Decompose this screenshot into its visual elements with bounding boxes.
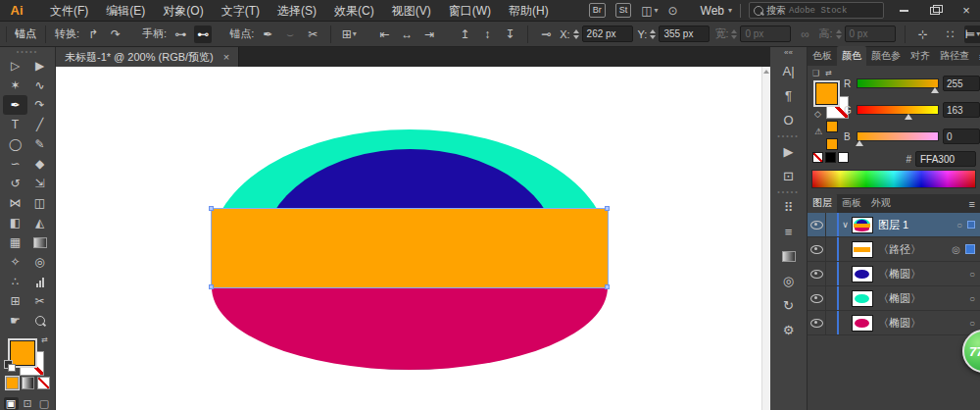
convert-to-smooth-icon[interactable]: ↷ [107, 26, 124, 43]
grip-dots[interactable]: ••••• [17, 47, 38, 53]
channel-G-slider[interactable] [857, 105, 939, 115]
character-panel-icon[interactable]: A| [770, 59, 808, 83]
target-circle-icon[interactable]: ◎ [952, 244, 960, 255]
menubar-item[interactable]: 效果(C) [325, 0, 383, 22]
menubar-item[interactable]: 文字(T) [213, 0, 269, 22]
layer-row[interactable]: ∨图层 1○ [808, 213, 980, 237]
none-button[interactable] [37, 377, 50, 389]
gradient-tool[interactable] [27, 232, 52, 252]
paragraph-panel-icon[interactable]: ¶ [770, 83, 808, 108]
selection-anchor[interactable] [209, 206, 214, 211]
touch-type-tool-icon[interactable]: ⊙ [668, 4, 678, 18]
transparency-panel-icon[interactable]: ◎ [770, 269, 808, 293]
asset-export-panel-icon[interactable]: ⊡ [770, 164, 808, 188]
curvature-tool[interactable]: ↷ [27, 95, 52, 115]
stock-search-input[interactable]: 搜索 Adobe Stock [749, 2, 884, 19]
layer-row[interactable]: 〈路径〉◎ [808, 237, 980, 262]
color-tab-对齐[interactable]: 对齐 [906, 46, 935, 66]
menubar-item[interactable]: 窗口(W) [440, 0, 500, 22]
target-circle-icon[interactable]: ○ [969, 293, 975, 304]
opentype-panel-icon[interactable]: O [770, 108, 808, 132]
width-field-value[interactable]: 0 px [740, 26, 791, 42]
white-swatch[interactable] [838, 152, 849, 163]
convert-to-corner-icon[interactable]: ↱ [84, 26, 102, 43]
paintbrush-tool[interactable]: ✎ [27, 134, 52, 154]
color-spectrum-bar[interactable] [811, 170, 976, 188]
workspace-switcher[interactable]: Web ▾ [701, 4, 732, 18]
channel-R-value[interactable]: 255 [943, 76, 980, 91]
black-swatch[interactable] [825, 152, 836, 163]
height-field[interactable]: 高:0 px [818, 26, 895, 42]
menubar-item[interactable]: 对象(O) [154, 0, 212, 22]
show-handles-icon[interactable]: ⊶ [172, 26, 189, 43]
visibility-toggle[interactable] [808, 311, 826, 334]
none-swatch[interactable] [812, 152, 823, 163]
width-tool[interactable]: ⋈ [3, 193, 27, 213]
width-field[interactable]: 宽:0 px [714, 26, 791, 42]
stock-button[interactable]: St [615, 3, 632, 18]
layer-row[interactable]: 〈椭圆〉○ [808, 311, 980, 335]
x-field[interactable]: X:262 px [560, 26, 632, 42]
mesh-tool[interactable]: ▦ [3, 232, 27, 252]
restore-button[interactable] [923, 3, 947, 19]
x-field-value[interactable]: 262 px [582, 26, 633, 42]
panel-toggle-icon[interactable]: ⊨▾ [964, 26, 980, 43]
control-bar-grip[interactable] [6, 26, 7, 42]
type-tool[interactable]: T [3, 115, 27, 134]
swap-fill-stroke-icon[interactable]: ⇄ [825, 69, 832, 77]
dock-grid-icon[interactable]: ∷ [942, 26, 959, 43]
y-field[interactable]: Y:355 px [638, 26, 710, 42]
layer-name[interactable]: 〈椭圆〉 [878, 316, 921, 331]
close-button[interactable]: × [955, 3, 978, 19]
graph-tool[interactable] [27, 272, 52, 291]
align-center-icon[interactable]: ↔ [398, 26, 416, 43]
zoom-tool[interactable] [27, 311, 52, 331]
eyedropper-tool[interactable]: ✧ [3, 252, 27, 272]
hand-tool[interactable]: ☛ [3, 311, 27, 331]
slider-thumb[interactable] [905, 114, 912, 120]
blend-tool[interactable]: ◎ [27, 252, 52, 272]
out-of-gamut-icon[interactable]: ⚠ [814, 127, 822, 136]
channel-B-slider[interactable] [857, 131, 939, 141]
layer-name[interactable]: 〈椭圆〉 [878, 291, 921, 306]
menubar-item[interactable]: 选择(S) [269, 0, 325, 22]
panel-menu-icon[interactable]: ≡ [974, 51, 980, 66]
color-tab-色板[interactable]: 色板 [808, 46, 837, 66]
eraser-tool[interactable]: ◆ [27, 154, 52, 174]
document-tab[interactable]: 未标题-1* @ 200% (RGB/预览) × [56, 47, 239, 67]
magic-wand-tool[interactable]: ✶ [3, 76, 27, 95]
align-middle-icon[interactable]: ↕ [478, 26, 496, 43]
symbol-sprayer-tool[interactable]: ∴ [3, 272, 27, 291]
artboard-options-icon[interactable]: ⊞▾ [340, 26, 358, 43]
gradient-button[interactable] [22, 377, 34, 389]
out-of-web-color-icon[interactable]: ◇ [814, 109, 821, 119]
link-dimensions-icon[interactable]: ∞ [796, 26, 813, 43]
swap-fill-stroke-icon[interactable]: ⇄ [41, 335, 48, 344]
y-field-stepper[interactable] [650, 29, 656, 39]
layers-tab-外观[interactable]: 外观 [866, 193, 896, 213]
symbols-panel-icon[interactable]: ↻ [770, 293, 808, 318]
menubar-item[interactable]: 视图(V) [383, 0, 440, 22]
ellipse-tool[interactable]: ◯ [3, 134, 27, 154]
visibility-toggle[interactable] [808, 237, 826, 261]
draw-mode-0-button[interactable]: ▣ [4, 397, 19, 410]
remove-anchor-icon[interactable]: ✒ [259, 26, 276, 43]
channel-G-value[interactable]: 163 [943, 102, 980, 118]
canvas[interactable] [56, 67, 770, 410]
default-fill-stroke-icon[interactable] [4, 360, 13, 369]
target-circle-icon[interactable]: ○ [969, 318, 975, 329]
height-field-value[interactable]: 0 px [845, 26, 896, 42]
channel-R-slider[interactable] [857, 78, 939, 88]
expand-chevron-icon[interactable]: ∨ [839, 220, 852, 230]
artboard-tool[interactable]: ⊞ [3, 291, 27, 311]
channel-B-value[interactable]: 0 [943, 128, 980, 144]
gradient-panel-icon[interactable] [770, 244, 808, 269]
menubar-item[interactable]: 帮助(H) [500, 0, 558, 22]
slider-thumb[interactable] [931, 87, 939, 93]
panel-menu-icon[interactable]: ≡ [964, 198, 980, 213]
slice-tool[interactable]: ✂ [27, 291, 52, 311]
layer-row[interactable]: 〈椭圆〉○ [808, 286, 980, 311]
actions-panel-icon[interactable]: ▶ [770, 139, 808, 164]
width-field-stepper[interactable] [731, 29, 737, 39]
selection-anchor[interactable] [605, 206, 610, 211]
